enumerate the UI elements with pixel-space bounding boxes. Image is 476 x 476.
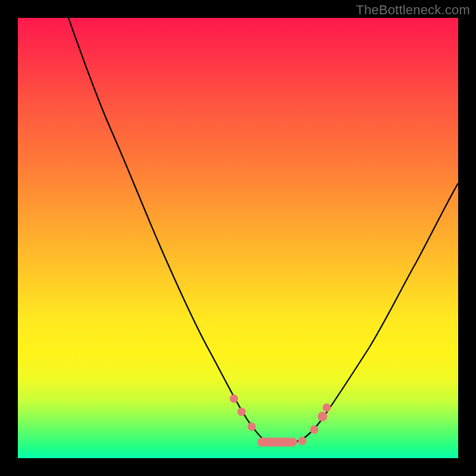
watermark-text: TheBottleneck.com xyxy=(356,2,470,18)
svg-point-5 xyxy=(318,412,327,421)
svg-point-6 xyxy=(322,403,331,412)
plot-area xyxy=(18,18,458,458)
trough-marker-dots xyxy=(230,394,331,445)
svg-point-2 xyxy=(248,422,256,431)
bottleneck-curve xyxy=(68,18,458,443)
chart-frame: TheBottleneck.com xyxy=(0,0,476,476)
svg-point-1 xyxy=(237,408,246,416)
svg-point-3 xyxy=(298,437,306,445)
svg-point-0 xyxy=(230,394,238,403)
chart-svg xyxy=(18,18,458,458)
svg-point-4 xyxy=(310,425,318,434)
